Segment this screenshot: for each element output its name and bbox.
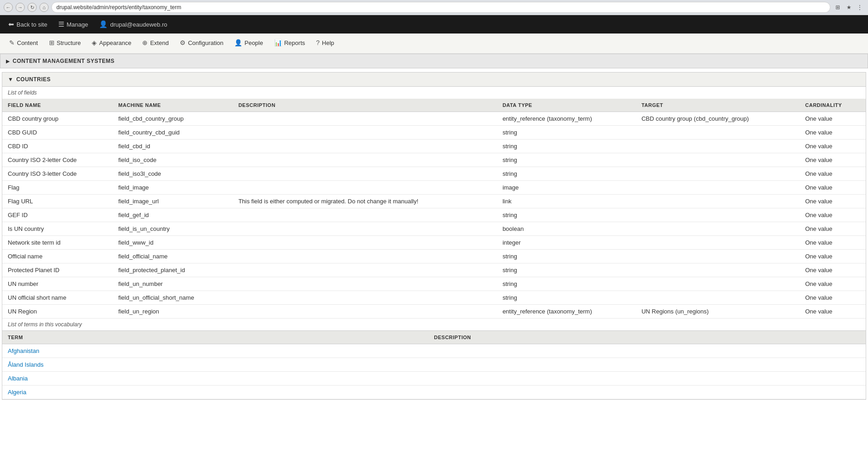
term-link[interactable]: Algeria <box>8 389 26 396</box>
description-cell <box>233 112 497 126</box>
col-description: DESCRIPTION <box>233 99 497 112</box>
machine-name-cell: field_un_number <box>113 277 233 291</box>
table-row: Flag field_image image One value <box>2 181 866 195</box>
cms-section-label: CONTENT MANAGEMENT SYSTEMS <box>13 58 115 64</box>
target-cell: CBD country group (cbd_country_group) <box>636 112 800 126</box>
cardinality-cell: One value <box>800 140 866 153</box>
term-name-cell[interactable]: Åland Islands <box>2 358 429 372</box>
nav-people[interactable]: 👤 People <box>229 34 268 53</box>
cardinality-cell: One value <box>800 291 866 305</box>
list-item: Albania <box>2 372 866 386</box>
machine-name-cell: field_gef_id <box>113 208 233 222</box>
people-icon: 👤 <box>234 39 242 46</box>
cardinality-cell: One value <box>800 195 866 208</box>
forward-button[interactable]: → <box>16 3 25 12</box>
cardinality-cell: One value <box>800 236 866 250</box>
extensions-button[interactable]: ⊞ <box>833 3 842 12</box>
target-cell <box>636 126 800 140</box>
nav-appearance[interactable]: ◈ Appearance <box>86 34 137 53</box>
cardinality-cell: One value <box>800 167 866 181</box>
description-cell <box>233 305 497 319</box>
term-description-cell <box>429 344 866 358</box>
table-row: CBD GUID field_country_cbd_guid string O… <box>2 126 866 140</box>
manage-label: Manage <box>66 21 88 28</box>
col-target: TARGET <box>636 99 800 112</box>
address-bar[interactable]: drupal.website/admin/reports/entity/taxo… <box>51 2 830 13</box>
term-link[interactable]: Albania <box>8 375 28 382</box>
machine-name-cell: field_cbd_id <box>113 140 233 153</box>
cms-section-arrow: ▶ <box>6 59 10 64</box>
nav-help[interactable]: ? Help <box>310 34 340 53</box>
target-cell <box>636 222 800 236</box>
home-button[interactable]: ⌂ <box>39 3 49 12</box>
data-type-cell: integer <box>497 236 636 250</box>
field-name-cell: Country ISO 2-letter Code <box>2 153 113 167</box>
term-link[interactable]: Åland Islands <box>8 361 44 368</box>
table-row: UN number field_un_number string One val… <box>2 277 866 291</box>
nav-help-label: Help <box>322 39 334 46</box>
nav-content[interactable]: ✎ Content <box>4 34 44 53</box>
data-type-cell: string <box>497 126 636 140</box>
machine-name-cell: field_iso3l_code <box>113 167 233 181</box>
field-name-cell: CBD ID <box>2 140 113 153</box>
term-link[interactable]: Afghanistan <box>8 347 39 354</box>
description-cell <box>233 250 497 263</box>
field-name-cell: CBD GUID <box>2 126 113 140</box>
table-row: CBD country group field_cbd_country_grou… <box>2 112 866 126</box>
cms-section: ▶ CONTENT MANAGEMENT SYSTEMS <box>0 54 868 68</box>
bookmark-button[interactable]: ★ <box>844 3 853 12</box>
refresh-button[interactable]: ↻ <box>28 3 37 12</box>
data-type-cell: string <box>497 291 636 305</box>
user-link[interactable]: 👤 drupal@eaudeweb.ro <box>94 15 172 34</box>
cardinality-cell: One value <box>800 208 866 222</box>
countries-section: ▼ COUNTRIES List of fields FIELD NAME MA… <box>2 72 866 400</box>
fields-table-header: FIELD NAME MACHINE NAME DESCRIPTION DATA… <box>2 99 866 112</box>
term-name-cell[interactable]: Afghanistan <box>2 344 429 358</box>
table-row: GEF ID field_gef_id string One value <box>2 208 866 222</box>
field-name-cell: Is UN country <box>2 222 113 236</box>
list-of-fields-label: List of fields <box>2 87 866 99</box>
table-row: Country ISO 3-letter Code field_iso3l_co… <box>2 167 866 181</box>
machine-name-cell: field_official_name <box>113 250 233 263</box>
nav-configuration[interactable]: ⚙ Configuration <box>174 34 229 53</box>
field-name-cell: Flag <box>2 181 113 195</box>
description-cell <box>233 153 497 167</box>
description-cell <box>233 263 497 277</box>
data-type-cell: boolean <box>497 222 636 236</box>
target-cell <box>636 167 800 181</box>
manage-link[interactable]: ☰ Manage <box>54 15 93 34</box>
data-type-cell: image <box>497 181 636 195</box>
term-name-cell[interactable]: Albania <box>2 372 429 386</box>
nav-extend-label: Extend <box>150 39 168 46</box>
col-term-description: DESCRIPTION <box>429 331 866 344</box>
target-cell <box>636 181 800 195</box>
menu-icon: ☰ <box>58 20 64 28</box>
settings-button[interactable]: ⋮ <box>855 3 864 12</box>
cms-section-header[interactable]: ▶ CONTENT MANAGEMENT SYSTEMS <box>0 54 868 68</box>
description-cell <box>233 181 497 195</box>
field-name-cell: UN Region <box>2 305 113 319</box>
back-to-site-link[interactable]: ⬅ Back to site <box>4 15 52 34</box>
nav-structure[interactable]: ⊞ Structure <box>44 34 87 53</box>
countries-section-header[interactable]: ▼ COUNTRIES <box>2 73 866 87</box>
table-row: CBD ID field_cbd_id string One value <box>2 140 866 153</box>
description-cell <box>233 208 497 222</box>
back-icon: ⬅ <box>8 20 14 28</box>
machine-name-cell: field_image <box>113 181 233 195</box>
nav-reports[interactable]: 📊 Reports <box>269 34 311 53</box>
terms-table-header: TERM DESCRIPTION <box>2 331 866 344</box>
col-term: TERM <box>2 331 429 344</box>
term-description-cell <box>429 386 866 399</box>
list-item: Afghanistan <box>2 344 866 358</box>
nav-extend[interactable]: ⊕ Extend <box>137 34 174 53</box>
data-type-cell: string <box>497 167 636 181</box>
back-button[interactable]: ← <box>4 3 13 12</box>
main-content: ▶ CONTENT MANAGEMENT SYSTEMS ▼ COUNTRIES… <box>0 54 868 400</box>
term-name-cell[interactable]: Algeria <box>2 386 429 399</box>
target-cell <box>636 153 800 167</box>
data-type-cell: string <box>497 140 636 153</box>
field-name-cell: GEF ID <box>2 208 113 222</box>
structure-icon: ⊞ <box>49 39 55 46</box>
target-cell <box>636 140 800 153</box>
list-item: Algeria <box>2 386 866 399</box>
